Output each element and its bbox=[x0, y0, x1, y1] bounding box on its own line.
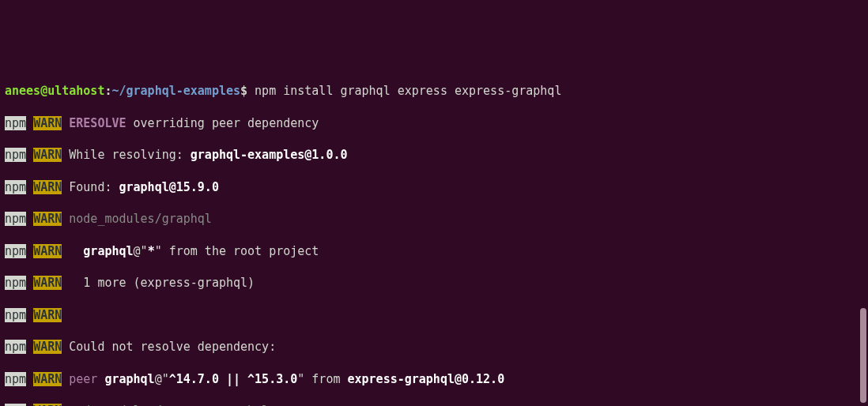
peer-label: peer bbox=[69, 372, 97, 386]
prompt-path: ~/graphql-examples bbox=[111, 84, 240, 98]
npm-warn-line: npm WARN node_modules/express-graphql bbox=[5, 403, 863, 406]
command-input: npm install graphql express express-grap… bbox=[247, 84, 561, 98]
prompt-user: anees bbox=[5, 84, 40, 98]
warn-label: WARN bbox=[33, 116, 62, 130]
npm-warn-line: npm WARN Could not resolve dependency: bbox=[5, 339, 863, 355]
npm-warn-line: npm WARN peer graphql@"^14.7.0 || ^15.3.… bbox=[5, 371, 863, 387]
prompt-host: ultahost bbox=[47, 84, 104, 98]
npm-warn-line: npm WARN graphql@"*" from the root proje… bbox=[5, 243, 863, 259]
npm-warn-line: npm WARN ERESOLVE overriding peer depend… bbox=[5, 115, 863, 131]
npm-warn-line: npm WARN 1 more (express-graphql) bbox=[5, 275, 863, 291]
scrollbar[interactable] bbox=[860, 0, 866, 406]
scrollbar-thumb[interactable] bbox=[860, 308, 866, 403]
npm-label: npm bbox=[5, 116, 26, 130]
npm-warn-line: npm WARN bbox=[5, 307, 863, 323]
npm-warn-line: npm WARN node_modules/graphql bbox=[5, 211, 863, 227]
prompt-line-1: anees@ultahost:~/graphql-examples$ npm i… bbox=[5, 83, 863, 99]
eresolve-label: ERESOLVE bbox=[69, 116, 126, 130]
terminal-output[interactable]: anees@ultahost:~/graphql-examples$ npm i… bbox=[5, 67, 863, 406]
npm-warn-line: npm WARN Found: graphql@15.9.0 bbox=[5, 179, 863, 195]
npm-warn-line: npm WARN While resolving: graphql-exampl… bbox=[5, 147, 863, 163]
